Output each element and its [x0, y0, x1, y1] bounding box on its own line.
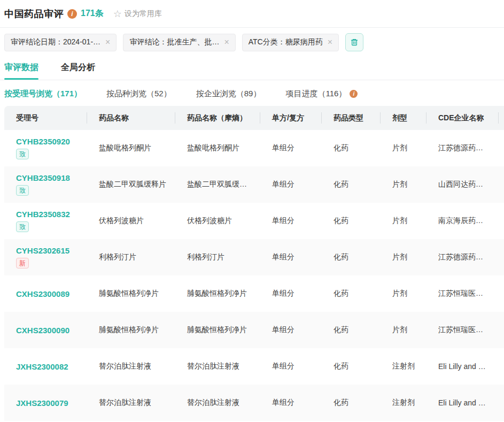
- column-header-cde-company: CDE企业名称: [427, 106, 499, 130]
- dosage-form-cell: 片剂: [381, 216, 427, 226]
- dosage-form-cell: 片剂: [381, 143, 427, 153]
- drug-name-mx-cell: 盐酸吡格列酮片: [175, 143, 260, 153]
- column-header-acceptance-no: 受理号: [4, 106, 87, 130]
- table-row: CYHB2350918 致 盐酸二甲双胍缓释片 盐酸二甲双胍缓… 单组分 化药 …: [4, 166, 504, 203]
- filter-chip-conclusion[interactable]: 审评结论：批准生产、批… ×: [123, 34, 235, 51]
- drug-name-cell: 盐酸二甲双胍缓释片: [87, 180, 175, 189]
- drug-name-mx-cell: 伏格列波糖片: [175, 216, 260, 226]
- mono-compound-cell: 单组分: [260, 252, 322, 262]
- cde-company-cell: Eli Lilly and …: [427, 362, 499, 371]
- close-icon[interactable]: ×: [224, 38, 229, 47]
- mono-compound-cell: 单组分: [260, 398, 322, 408]
- review-table: 受理号 药品名称 药品名称（摩熵） 单方/复方 药品类型 剂型 CDE企业名称 …: [4, 106, 504, 421]
- acceptance-no-link[interactable]: JXHS2300082: [16, 362, 87, 371]
- table-row: CYHS2302615 新 利格列汀片 利格列汀片 单组分 化药 片剂 江苏德源…: [4, 239, 504, 275]
- status-badge: 致: [16, 149, 29, 159]
- drug-type-cell: 化药: [322, 143, 381, 153]
- filter-bar: 审评结论日期：2024-01-… × 审评结论：批准生产、批… × ATC分类：…: [0, 28, 504, 56]
- page-title: 中国药品审评: [4, 7, 64, 20]
- status-badge: 致: [16, 221, 29, 232]
- drug-name-mx-cell: 替尔泊肽注射液: [175, 362, 260, 371]
- mono-compound-cell: 单组分: [260, 325, 322, 335]
- acceptance-no-link[interactable]: JXHS2300079: [16, 398, 87, 408]
- cde-company-cell: 江苏德源药…: [427, 252, 499, 262]
- mono-compound-cell: 单组分: [260, 216, 322, 226]
- filter-chip-label: ATC分类：糖尿病用药: [249, 37, 323, 47]
- acceptance-no-link[interactable]: CYHB2350918: [16, 173, 87, 182]
- column-header-drug-name-mx: 药品名称（摩熵）: [175, 106, 260, 130]
- table-row: CXHS2300090 脯氨酸恒格列净片 脯氨酸恒格列净片 单组分 化药 片剂 …: [4, 312, 504, 348]
- drug-type-cell: 化药: [322, 252, 381, 262]
- acceptance-no-cell: JXHS2300079: [4, 398, 87, 408]
- main-tabs: 审评数据 全局分析: [0, 56, 504, 80]
- dosage-form-cell: 注射剂: [381, 362, 427, 371]
- mono-compound-cell: 单组分: [260, 289, 322, 298]
- drug-name-cell: 替尔泊肽注射液: [87, 362, 175, 371]
- drug-name-mx-cell: 脯氨酸恒格列净片: [175, 289, 260, 298]
- table-row: JXHS2300079 替尔泊肽注射液 替尔泊肽注射液 单组分 化药 注射剂 E…: [4, 385, 504, 421]
- drug-type-cell: 化药: [322, 180, 381, 189]
- mono-compound-cell: 单组分: [260, 143, 322, 153]
- table-header-row: 受理号 药品名称 药品名称（摩熵） 单方/复方 药品类型 剂型 CDE企业名称: [4, 106, 504, 130]
- cde-company-cell: 南京海辰药…: [427, 216, 499, 226]
- drug-name-cell: 伏格列波糖片: [87, 216, 175, 226]
- status-badge: 致: [16, 185, 29, 196]
- dosage-form-cell: 片剂: [381, 289, 427, 298]
- info-icon[interactable]: i: [350, 90, 358, 98]
- app-header: 中国药品审评 i 171条 ☆ 设为常用库: [0, 0, 504, 28]
- column-header-clipped: [499, 106, 504, 130]
- filter-chip-date[interactable]: 审评结论日期：2024-01-… ×: [4, 34, 117, 51]
- cde-company-cell: Eli Lilly and …: [427, 398, 499, 407]
- acceptance-no-link[interactable]: CYHB2350832: [16, 210, 87, 219]
- drug-name-cell: 脯氨酸恒格列净片: [87, 289, 175, 298]
- subtab-by-variety[interactable]: 按品种浏览（52）: [106, 89, 172, 99]
- close-icon[interactable]: ×: [328, 38, 332, 47]
- acceptance-no-cell: CYHB2350832 致: [4, 210, 87, 232]
- dosage-form-cell: 片剂: [381, 325, 427, 335]
- table-row: JXHS2300082 替尔泊肽注射液 替尔泊肽注射液 单组分 化药 注射剂 E…: [4, 348, 504, 385]
- status-badge: 新: [16, 258, 29, 268]
- set-favorite-button[interactable]: ☆ 设为常用库: [113, 9, 162, 19]
- subtab-by-company[interactable]: 按企业浏览（89）: [196, 89, 261, 99]
- tab-review-data[interactable]: 审评数据: [4, 58, 38, 80]
- acceptance-no-cell: JXHS2300082: [4, 362, 87, 371]
- filter-chip-atc[interactable]: ATC分类：糖尿病用药 ×: [242, 34, 339, 51]
- dosage-form-cell: 片剂: [381, 252, 427, 262]
- acceptance-no-link[interactable]: CXHS2300089: [16, 289, 87, 298]
- favorite-label: 设为常用库: [125, 9, 162, 19]
- filter-chip-label: 审评结论日期：2024-01-…: [11, 37, 100, 47]
- drug-type-cell: 化药: [322, 289, 381, 298]
- acceptance-no-cell: CXHS2300089: [4, 289, 87, 298]
- acceptance-no-link[interactable]: CYHS2302615: [16, 246, 87, 255]
- acceptance-no-link[interactable]: CXHS2300090: [16, 326, 87, 335]
- clear-filters-button[interactable]: [345, 33, 363, 51]
- subtab-by-acceptance-no[interactable]: 按受理号浏览（171）: [4, 89, 82, 99]
- column-header-drug-name: 药品名称: [87, 106, 175, 130]
- cde-company-cell: 江苏德源药…: [427, 143, 499, 153]
- result-count: 171条: [81, 8, 104, 19]
- sub-tabs: 按受理号浏览（171） 按品种浏览（52） 按企业浏览（89） 项目进度（116…: [0, 80, 504, 106]
- acceptance-no-cell: CYHB2350920 致: [4, 137, 87, 159]
- drug-name-cell: 盐酸吡格列酮片: [87, 143, 175, 153]
- tab-global-analysis[interactable]: 全局分析: [61, 58, 95, 80]
- dosage-form-cell: 片剂: [381, 180, 427, 189]
- drug-name-cell: 脯氨酸恒格列净片: [87, 325, 175, 335]
- drug-name-mx-cell: 脯氨酸恒格列净片: [175, 325, 260, 335]
- drug-name-cell: 替尔泊肽注射液: [87, 398, 175, 408]
- close-icon[interactable]: ×: [105, 38, 110, 47]
- cde-company-cell: 江苏恒瑞医…: [427, 289, 499, 298]
- subtab-project-progress[interactable]: 项目进度（116） i: [285, 89, 358, 99]
- mono-compound-cell: 单组分: [260, 180, 322, 189]
- column-header-drug-type: 药品类型: [322, 106, 381, 130]
- drug-type-cell: 化药: [322, 216, 381, 226]
- cde-company-cell: 江苏恒瑞医…: [427, 325, 499, 335]
- info-icon[interactable]: i: [67, 9, 77, 19]
- drug-name-mx-cell: 替尔泊肽注射液: [175, 398, 260, 408]
- acceptance-no-link[interactable]: CYHB2350920: [16, 137, 87, 146]
- table-row: CXHS2300089 脯氨酸恒格列净片 脯氨酸恒格列净片 单组分 化药 片剂 …: [4, 275, 504, 312]
- column-header-dosage-form: 剂型: [381, 106, 427, 130]
- drug-name-mx-cell: 盐酸二甲双胍缓…: [175, 180, 260, 189]
- drug-type-cell: 化药: [322, 362, 381, 371]
- table-row: CYHB2350920 致 盐酸吡格列酮片 盐酸吡格列酮片 单组分 化药 片剂 …: [4, 130, 504, 166]
- column-header-mono-compound: 单方/复方: [260, 106, 322, 130]
